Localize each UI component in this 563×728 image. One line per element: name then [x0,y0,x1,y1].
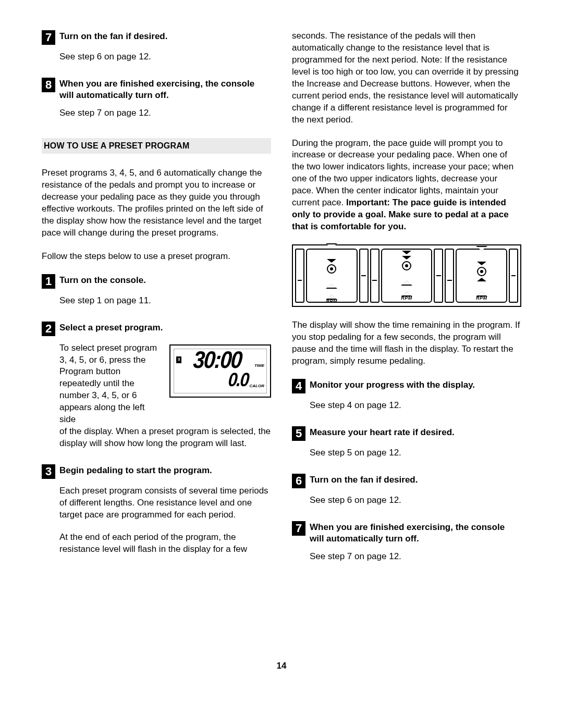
step-body: See step 1 on page 11. [59,295,271,307]
increase-pace-icon [477,278,486,281]
step-number-badge: 7 [292,521,305,536]
step-number-badge: 5 [292,426,305,441]
page: 7 Turn on the fan if desired. See step 6… [0,0,563,687]
step-number-badge: 3 [42,464,55,479]
maintain-pace-icon [477,267,486,276]
step-number-badge: 1 [42,274,55,289]
decrease-pace-icon [477,262,486,265]
step-title: Turn on the fan if desired. [59,30,167,42]
rpm-indicator-stack [477,251,486,292]
step-body: To select preset program 3, 4, 5, or 6, … [59,342,271,450]
step-8-header: 8 When you are finished exercising, the … [42,78,271,101]
step2-inline-wrap: To select preset program 3, 4, 5, or 6, … [59,342,271,426]
rpm-bar [359,249,369,303]
step2-text-a: To select preset program 3, 4, 5, or 6, … [59,342,162,426]
preset-step-7-header: 7 When you are finished exercising, the … [292,521,521,545]
calories-label: CALOR [250,384,264,389]
preset-step-6-header: 6 Turn on the fan if desired. [292,474,521,488]
maintain-pace-icon [327,264,336,274]
preset-step-3-header: 3 Begin pedaling to start the program. [42,464,271,479]
step-body: At the end of each period of the program… [59,532,271,556]
step-body: See step 7 on page 12. [59,107,271,119]
decrease-pace-icon [477,247,486,260]
rpm-bar [509,249,518,303]
rpm-indicator-stack [402,251,411,292]
preset-step-5-header: 5 Measure your heart rate if desired. [292,426,521,441]
step-number-badge: 6 [292,474,305,488]
preset-step-4-header: 4 Monitor your progress with the display… [292,379,521,393]
step-number-badge: 4 [292,379,305,393]
step-body: See step 6 on page 12. [59,51,271,63]
increase-pace-icon [477,283,486,295]
step-number-badge: 8 [42,78,55,92]
rpm-bar [370,249,380,303]
step-body: Each preset program consists of several … [59,485,271,521]
step-title: Begin pedaling to start the program. [59,464,212,476]
program-number-badge: 3 [176,356,181,363]
console-display-illustration: 3 30:00 TIME 0.0 CALOR [169,344,271,398]
time-label: TIME [254,363,264,369]
left-column: 7 Turn on the fan if desired. See step 6… [42,30,271,577]
right-column: seconds. The resistance of the pedals wi… [292,30,521,577]
rpm-indicator-stack [327,248,336,295]
step-title: When you are finished exercising, the co… [310,521,521,545]
decrease-pace-icon [327,259,336,263]
decrease-pace-icon [402,256,411,260]
step2-text-b: of the display. When a preset program is… [59,426,271,450]
decrease-pace-icon [327,244,336,257]
section-heading: HOW TO USE A PRESET PROGRAM [42,138,271,154]
step-title: When you are finished exercising, the co… [59,78,271,101]
calories-value: 0.0 [228,370,249,389]
increase-pace-icon [402,283,411,295]
step-body: See step 7 on page 12. [310,551,521,563]
maintain-pace-icon [402,261,411,270]
rpm-bar [295,249,304,303]
rpm-frame: RPM [306,249,358,303]
decrease-pace-icon [402,251,411,254]
time-value: 30:00 [192,348,242,372]
rpm-frame: RPM [456,249,507,303]
continuation-paragraph-2: During the program, the pace guide will … [292,138,521,233]
preset-step-2-header: 2 Select a preset program. [42,322,271,336]
step-body: See step 4 on page 12. [310,400,521,412]
continuation-paragraph-1: seconds. The resistance of the pedals wi… [292,30,521,126]
preset-step-1-header: 1 Turn on the console. [42,274,271,289]
step-title: Turn on the fan if desired. [310,474,418,486]
intro-paragraph-2: Follow the steps below to use a preset p… [42,251,271,263]
rpm-bar [434,249,443,303]
rpm-frame: RPM [381,249,433,303]
step-number-badge: 2 [42,322,55,336]
continuation-paragraph-3: The display will show the time remaining… [292,319,521,367]
lcd-row-time: 3 30:00 TIME [174,349,266,371]
step-7-header: 7 Turn on the fan if desired. [42,30,271,45]
page-number: 14 [42,661,521,671]
two-column-layout: 7 Turn on the fan if desired. See step 6… [42,30,521,577]
step-title: Measure your heart rate if desired. [310,426,455,438]
rpm-bar [445,249,454,303]
step-body: See step 5 on page 12. [310,447,521,459]
step-title: Monitor your progress with the display. [310,379,475,391]
step-title: Select a preset program. [59,322,163,334]
increase-pace-icon [327,286,336,299]
intro-paragraph-1: Preset programs 3, 4, 5, and 6 automatic… [42,167,271,239]
lcd-row-calories: 0.0 CALOR [174,371,266,393]
pace-guide-illustration: RPM RPM [292,244,521,307]
step-title: Turn on the console. [59,274,146,286]
step-body: See step 6 on page 12. [310,495,521,507]
lcd-inner: 3 30:00 TIME 0.0 CALOR [174,349,267,393]
step-number-badge: 7 [42,30,55,45]
